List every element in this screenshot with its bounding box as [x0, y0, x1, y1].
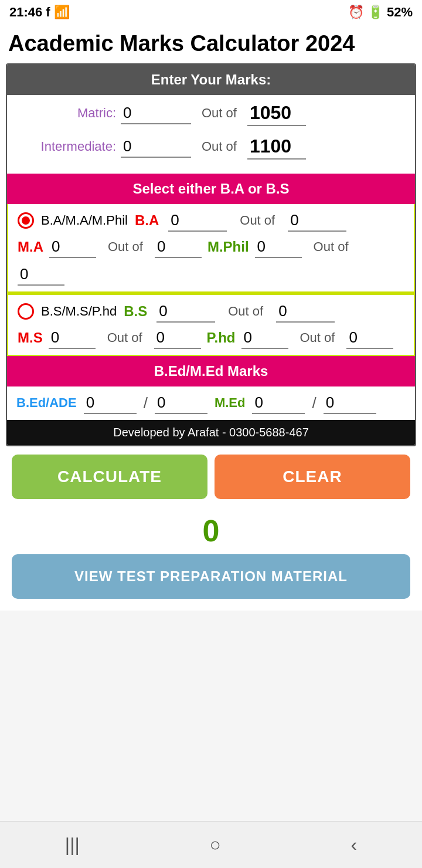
phd-out-of-input[interactable] [346, 327, 393, 349]
ma-input[interactable] [49, 236, 96, 258]
ba-radio-row: B.A/M.A/M.Phil B.A Out of [18, 210, 404, 232]
bed-input[interactable] [84, 392, 137, 414]
calculate-button[interactable]: CALCULATE [12, 455, 207, 499]
calculator-card: Enter Your Marks: Matric: Out of 1050 In… [6, 63, 416, 446]
ma-mphil-row: M.A Out of M.Phil Out of [18, 236, 404, 286]
ms-label: M.S [18, 330, 43, 346]
ma-out-of-label: Out of [108, 239, 143, 255]
marks-section: Matric: Out of 1050 Intermediate: Out of… [7, 95, 415, 174]
ms-input[interactable] [49, 327, 96, 349]
mphil-out-of-input[interactable] [18, 264, 64, 286]
alarm-icon: ⏰ [348, 5, 364, 20]
bed-section: B.Ed/ADE / M.Ed / [7, 386, 415, 420]
ba-radio-label: B.A/M.A/M.Phil [41, 213, 128, 228]
intermediate-label: Intermediate: [16, 139, 116, 154]
select-degree-header: Select either B.A or B.S [7, 174, 415, 204]
med-label: M.Ed [215, 395, 246, 411]
matric-input[interactable] [121, 103, 191, 124]
ms-out-of-label: Out of [107, 330, 142, 345]
bs-degree-label: B.S [124, 303, 147, 320]
med-slash: / [312, 394, 316, 412]
bed-total-input[interactable] [155, 392, 207, 414]
status-time: 21:46 [9, 5, 42, 20]
ba-out-of-label: Out of [240, 213, 275, 228]
status-bar: 21:46 f 📶 ⏰ 🔋 52% [0, 0, 422, 25]
mphil-label: M.Phil [207, 239, 249, 255]
status-left: 21:46 f 📶 [9, 5, 70, 20]
nav-home-icon[interactable]: ○ [209, 834, 220, 856]
intermediate-row: Intermediate: Out of 1100 [16, 134, 406, 160]
view-material-button[interactable]: VIEW TEST PREPARATION MATERIAL [12, 554, 410, 599]
bed-label: B.Ed/ADE [16, 395, 77, 411]
ba-out-of-input[interactable] [288, 210, 346, 232]
clear-button[interactable]: CLEAR [215, 455, 410, 499]
med-total-input[interactable] [324, 392, 376, 414]
ba-radio-button[interactable] [18, 212, 34, 229]
bed-slash: / [144, 394, 148, 412]
bs-input[interactable] [156, 301, 215, 323]
bs-out-of-label: Out of [228, 304, 263, 319]
result-display: 0 [6, 507, 416, 554]
ba-section: B.A/M.A/M.Phil B.A Out of M.A Out of M.P… [7, 204, 415, 293]
bs-radio-button[interactable] [18, 303, 34, 320]
matric-out-of-value: 1050 [247, 101, 306, 126]
intermediate-out-of-label: Out of [202, 139, 237, 154]
ms-phd-row: M.S Out of P.hd Out of [18, 327, 404, 349]
phd-label: P.hd [207, 330, 236, 346]
bs-radio-label: B.S/M.S/P.hd [41, 304, 117, 319]
mphil-out-of-label: Out of [314, 239, 349, 255]
ba-input[interactable] [168, 210, 227, 232]
ms-out-of-input[interactable] [154, 327, 201, 349]
phd-out-of-label: Out of [300, 330, 335, 345]
bs-out-of-input[interactable] [276, 301, 335, 323]
status-right: ⏰ 🔋 52% [348, 5, 413, 20]
nav-back-icon[interactable]: ‹ [350, 834, 357, 856]
ba-degree-label: B.A [135, 212, 159, 229]
phd-input[interactable] [241, 327, 288, 349]
bs-section: B.S/M.S/P.hd B.S Out of M.S Out of P.hd … [7, 294, 415, 356]
ma-out-of-input[interactable] [155, 236, 202, 258]
intermediate-out-of-value: 1100 [247, 134, 306, 160]
matric-out-of-label: Out of [202, 106, 237, 121]
main-container: Academic Marks Calculator 2024 Enter You… [0, 25, 422, 611]
enter-marks-header: Enter Your Marks: [7, 65, 415, 95]
fb-icon: f [46, 5, 50, 20]
matric-label: Matric: [16, 106, 116, 121]
app-title: Academic Marks Calculator 2024 [6, 25, 416, 63]
developer-bar: Developed by Arafat - 0300-5688-467 [7, 420, 415, 445]
buttons-row: CALCULATE CLEAR [6, 446, 416, 507]
battery-percent: 52% [387, 5, 413, 20]
signal-icons: 📶 [54, 5, 70, 20]
intermediate-input[interactable] [121, 136, 191, 158]
ma-label: M.A [18, 239, 43, 255]
mphil-input[interactable] [255, 236, 302, 258]
battery-icon: 🔋 [367, 5, 383, 20]
bs-radio-row: B.S/M.S/P.hd B.S Out of [18, 301, 404, 323]
med-input[interactable] [252, 392, 305, 414]
matric-row: Matric: Out of 1050 [16, 101, 406, 126]
navigation-bar: ||| ○ ‹ [0, 821, 422, 868]
bed-header: B.Ed/M.Ed Marks [7, 356, 415, 386]
nav-menu-icon[interactable]: ||| [65, 834, 80, 856]
